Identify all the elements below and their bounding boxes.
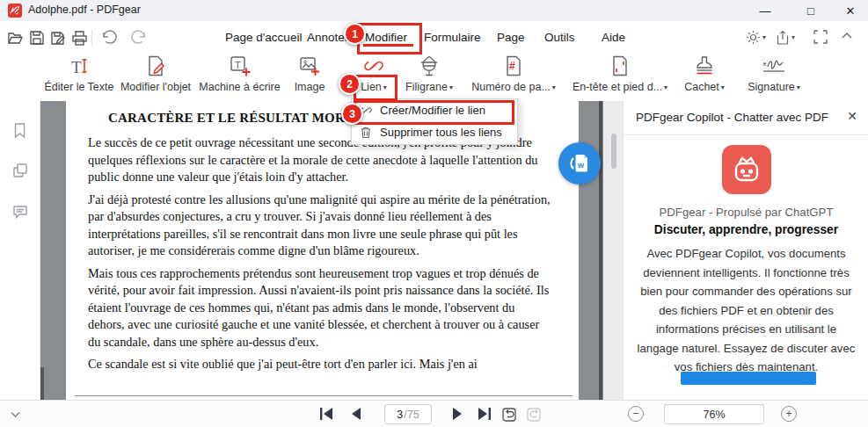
status-bar: 3 /75 − 76% + <box>0 400 868 427</box>
panel-scrollbar-track[interactable] <box>603 101 623 400</box>
share-icon[interactable]: ▾ <box>776 30 795 45</box>
tool-entete-et-pied[interactable]: En-tête et pied d...▾ <box>565 51 675 98</box>
svg-text:#: # <box>509 60 515 72</box>
tool-cachet[interactable]: Cachet▾ <box>677 51 732 98</box>
menu-modifier[interactable]: Modifier <box>365 31 407 44</box>
svg-text:w: w <box>577 161 585 170</box>
close-button[interactable]: ✕ <box>835 0 865 21</box>
copilot-brand-text: PDFgear - Propulsé par ChatGPT <box>624 206 868 219</box>
image-icon <box>281 51 339 77</box>
link-dropdown-menu: Créer/Modifier le lien Supprimer tous le… <box>351 98 518 145</box>
tool-machine-a-ecrire[interactable]: T Machine à écrire <box>187 51 292 98</box>
caret-down-icon: ▾ <box>664 83 667 91</box>
print-icon[interactable] <box>69 28 89 47</box>
typewriter-icon: T <box>187 51 292 77</box>
left-sidebar <box>0 101 40 400</box>
undo-icon[interactable] <box>100 28 120 47</box>
title-bar: Adolphe.pdf - PDFgear — □ ✕ <box>0 0 868 21</box>
menu-aide[interactable]: Aide <box>602 31 625 44</box>
last-page-button[interactable] <box>477 405 492 423</box>
page-number-input[interactable]: 3 /75 <box>384 404 432 424</box>
document-scrollbar-thumb[interactable] <box>599 101 602 400</box>
caret-down-icon: ▾ <box>383 83 387 91</box>
copilot-robot-icon <box>722 145 771 194</box>
page-number-icon: # <box>464 51 563 77</box>
previous-view-button[interactable] <box>501 405 518 423</box>
svg-text:T: T <box>71 58 82 76</box>
header-footer-icon <box>565 51 675 77</box>
tool-signature[interactable]: Signature▾ <box>739 51 809 98</box>
save-as-icon[interactable] <box>48 28 68 47</box>
toolbar-separator <box>91 30 92 46</box>
tool-numero-de-page[interactable]: # Numéro de pa...▾ <box>464 51 563 98</box>
next-view-button[interactable] <box>526 405 543 423</box>
zoom-in-button[interactable]: + <box>781 406 797 422</box>
copilot-description: Avec PDFgear Copilot, vos documents devi… <box>635 244 857 377</box>
document-viewport[interactable]: CARACTÈRE ET LE RÉSULTAT MORAL Le succès… <box>40 101 603 400</box>
bookmarks-icon[interactable] <box>12 122 27 142</box>
step-badge-2: 2 <box>339 73 361 95</box>
convert-to-word-button[interactable]: w <box>558 142 601 185</box>
pdfgear-window: Adolphe.pdf - PDFgear — □ ✕ Page d'accue… <box>0 0 868 427</box>
stamp-icon <box>677 51 732 77</box>
caret-down-icon: ▾ <box>721 83 725 91</box>
step-badge-1: 1 <box>344 23 366 45</box>
paragraph: Ce scandale est si vite oublié que j'ai … <box>88 356 554 373</box>
paragraph: Mais tous ces rapprochements prétendus s… <box>88 265 554 351</box>
copilot-title: PDFgear Copilot - Chatter avec PDF <box>636 111 828 124</box>
copilot-tagline: Discuter, apprendre, progresser <box>624 223 868 236</box>
pdfgear-logo-icon <box>8 4 22 18</box>
paragraph: J'ai déjà protesté contre les allusions … <box>88 192 554 260</box>
comments-icon[interactable] <box>12 204 28 223</box>
tool-filigrane[interactable]: Filigrane▾ <box>398 51 461 98</box>
zoom-level: 76% <box>703 409 725 421</box>
page-thumbnails-icon[interactable] <box>12 163 28 182</box>
page-section-divider <box>75 395 573 396</box>
collapse-ribbon-icon[interactable] <box>841 30 853 42</box>
tool-image[interactable]: Image <box>281 51 339 98</box>
modifier-active-underline <box>363 44 413 47</box>
collapse-bottom-icon[interactable] <box>9 405 22 423</box>
caret-down-icon: ▾ <box>791 33 795 41</box>
copilot-action-button[interactable] <box>681 372 816 385</box>
copilot-close-icon[interactable]: ✕ <box>847 109 857 123</box>
panel-scrollbar-thumb[interactable] <box>611 134 616 169</box>
pdf-page: CARACTÈRE ET LE RÉSULTAT MORAL Le succès… <box>66 101 579 400</box>
maximize-button[interactable]: □ <box>796 0 826 21</box>
zoom-level-input[interactable]: 76% <box>664 404 764 424</box>
caret-down-icon: ▾ <box>552 83 556 91</box>
total-pages: /75 <box>404 409 419 421</box>
copilot-header: PDFgear Copilot - Chatter avec PDF ✕ <box>624 101 868 135</box>
ribbon: Page d'accueil Annoter Modifier Formulai… <box>0 21 868 101</box>
link-icon <box>350 51 398 77</box>
redo-icon[interactable] <box>128 28 148 47</box>
menu-annoter[interactable]: Annoter <box>307 31 348 44</box>
menu-item-creer-modifier-le-lien[interactable]: Créer/Modifier le lien <box>352 99 517 121</box>
copilot-panel: PDFgear Copilot - Chatter avec PDF ✕ PDF… <box>623 101 868 400</box>
watermark-icon <box>398 51 461 77</box>
caret-down-icon: ▾ <box>762 33 766 41</box>
menu-page-accueil[interactable]: Page d'accueil <box>225 31 302 44</box>
menu-outils[interactable]: Outils <box>544 31 575 44</box>
current-page: 3 <box>397 409 403 421</box>
left-scrollbar-thumb[interactable] <box>40 367 44 400</box>
window-title: Adolphe.pdf - PDFgear <box>28 4 141 16</box>
caret-down-icon: ▾ <box>449 83 453 91</box>
open-file-icon[interactable] <box>5 28 25 47</box>
step-badge-3: 3 <box>341 103 363 125</box>
menu-item-supprimer-tous-les-liens[interactable]: Supprimer tous les liens <box>352 121 517 143</box>
signature-icon <box>739 51 809 77</box>
next-page-button[interactable] <box>451 405 463 423</box>
minimize-button[interactable]: — <box>750 0 780 21</box>
zoom-out-button[interactable]: − <box>628 406 644 422</box>
save-icon[interactable] <box>27 28 47 47</box>
caret-down-icon: ▾ <box>797 83 800 91</box>
menu-page[interactable]: Page <box>497 31 525 44</box>
menu-formulaire[interactable]: Formulaire <box>424 31 481 44</box>
svg-text:T: T <box>235 60 241 70</box>
theme-icon[interactable]: ▾ <box>746 30 766 45</box>
previous-page-button[interactable] <box>350 405 362 423</box>
fullscreen-icon[interactable] <box>813 30 828 44</box>
first-page-button[interactable] <box>318 405 334 423</box>
